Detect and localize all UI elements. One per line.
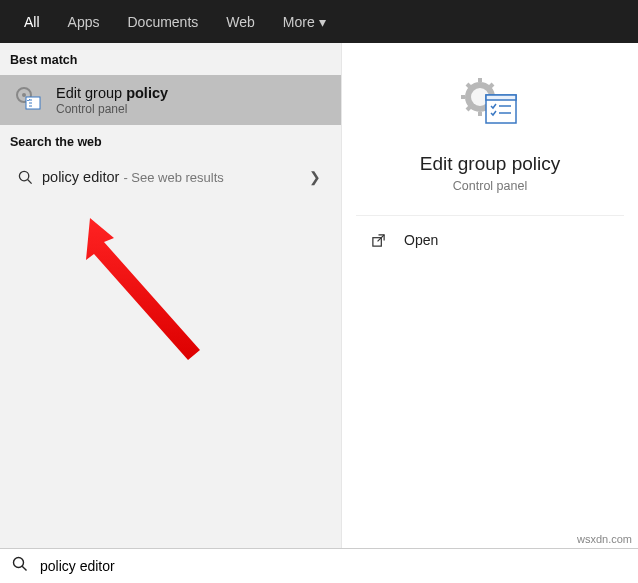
svg-line-25 [22,566,26,570]
results-panel: Best match Edit group policy Control pan… [0,43,342,548]
svg-line-7 [27,179,31,183]
tab-all[interactable]: All [10,4,54,40]
tab-more[interactable]: More▾ [269,4,340,40]
detail-title: Edit group policy [420,153,560,175]
best-match-result[interactable]: Edit group policy Control panel [0,75,341,125]
result-subtitle: Control panel [56,102,168,116]
chevron-right-icon: ❯ [309,169,327,185]
svg-rect-2 [26,97,40,109]
search-icon [12,556,28,576]
search-icon [14,170,36,185]
web-suffix-text: - See web results [123,170,223,185]
open-action[interactable]: Open [342,216,638,264]
tab-web[interactable]: Web [212,4,269,40]
open-external-icon [368,233,388,248]
search-web-header: Search the web [0,125,341,157]
svg-point-1 [22,93,26,97]
chevron-down-icon: ▾ [319,14,326,30]
web-search-result[interactable]: policy editor - See web results ❯ [0,157,341,197]
gear-document-icon [12,83,46,117]
web-query-text: policy editor [42,169,119,185]
tab-documents[interactable]: Documents [113,4,212,40]
tab-apps[interactable]: Apps [54,4,114,40]
svg-point-24 [14,558,24,568]
detail-subtitle: Control panel [453,179,527,193]
svg-line-17 [490,84,493,87]
svg-line-14 [467,84,470,87]
watermark-text: wsxdn.com [577,533,632,545]
svg-line-16 [467,107,470,110]
detail-panel: Edit group policy Control panel Open [342,43,638,548]
search-bar[interactable] [0,548,638,583]
svg-point-6 [19,171,28,180]
search-input[interactable] [40,558,626,574]
result-title: Edit group policy [56,85,168,101]
svg-rect-19 [486,95,516,100]
open-label: Open [404,232,438,248]
gear-document-large-icon [458,75,522,135]
filter-tabbar: All Apps Documents Web More▾ [0,0,638,43]
best-match-header: Best match [0,43,341,75]
